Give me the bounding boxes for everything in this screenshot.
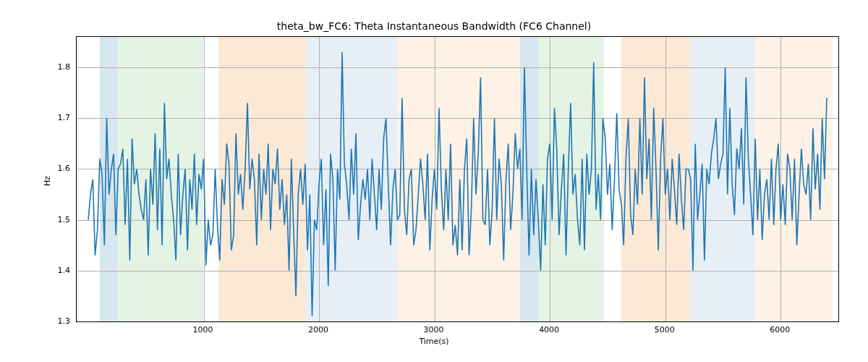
x-tick-label: 1000 [193, 325, 213, 334]
chart-title: theta_bw_FC6: Theta Instantaneous Bandwi… [0, 20, 868, 32]
x-tick-label: 2000 [308, 325, 328, 334]
x-tick-label: 4000 [539, 325, 559, 334]
x-tick-label: 6000 [770, 325, 790, 334]
y-tick-label: 1.8 [48, 62, 70, 72]
x-axis-label: Time(s) [0, 337, 868, 346]
x-tick-label: 5000 [655, 325, 675, 334]
series-line [77, 37, 838, 321]
y-tick-label: 1.3 [48, 316, 70, 326]
y-tick-label: 1.5 [48, 214, 70, 224]
chart-container: theta_bw_FC6: Theta Instantaneous Bandwi… [0, 0, 868, 362]
plot-area [76, 36, 839, 322]
y-tick-label: 1.7 [48, 113, 70, 122]
y-tick-label: 1.6 [48, 164, 70, 173]
y-axis-label: Hz [43, 176, 52, 186]
x-tick-label: 3000 [424, 325, 444, 334]
y-tick-label: 1.4 [48, 265, 70, 274]
gridline-horizontal [77, 321, 838, 322]
